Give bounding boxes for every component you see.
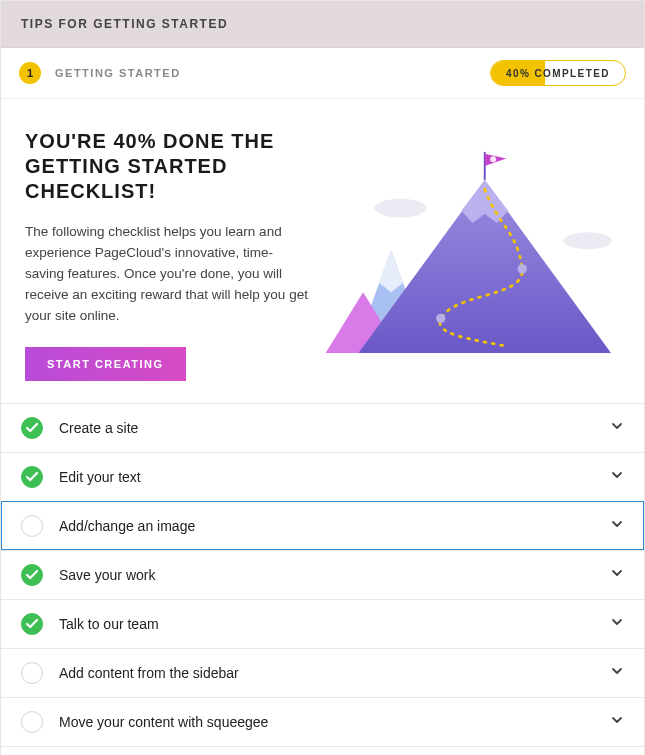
check-circle-icon [21,417,43,439]
mountain-illustration-icon [321,129,620,381]
chevron-down-icon [610,419,624,437]
chevron-down-icon [610,468,624,486]
step-label: GETTING STARTED [55,67,181,79]
checklist-item-left: Create a site [21,417,138,439]
checklist-item-label: Move your content with squeegee [59,714,268,730]
svg-point-10 [436,314,445,323]
check-circle-icon [21,613,43,635]
step-number-badge: 1 [19,62,41,84]
checklist-item-label: Create a site [59,420,138,436]
panel-title: TIPS FOR GETTING STARTED [21,17,228,31]
checklist-item[interactable]: Move your content with squeegee [1,697,644,746]
checklist-item-left: Add content from the sidebar [21,662,239,684]
checklist-item-label: Add/change an image [59,518,195,534]
checklist-item-left: Move your content with squeegee [21,711,268,733]
checklist-item-left: Talk to our team [21,613,159,635]
svg-point-1 [563,232,612,249]
checklist-item[interactable]: Save your work [1,550,644,599]
empty-circle-icon [21,515,43,537]
chevron-down-icon [610,615,624,633]
hero-heading: YOU'RE 40% DONE THE GETTING STARTED CHEC… [25,129,311,204]
checklist-item[interactable]: Add content from the sidebar [1,648,644,697]
checklist-item-label: Save your work [59,567,155,583]
checklist-item[interactable]: Learn how to undo mistakes [1,746,644,755]
chevron-down-icon [610,713,624,731]
checklist: Create a siteEdit your textAdd/change an… [1,403,644,755]
progress-label: 40% COMPLETED [491,61,625,85]
checklist-item-left: Save your work [21,564,155,586]
checklist-item-label: Add content from the sidebar [59,665,239,681]
chevron-down-icon [610,517,624,535]
check-circle-icon [21,564,43,586]
svg-point-9 [517,264,526,273]
hero-body: The following checklist helps you learn … [25,222,311,327]
check-circle-icon [21,466,43,488]
getting-started-panel: TIPS FOR GETTING STARTED 1 GETTING START… [0,0,645,755]
checklist-item[interactable]: Create a site [1,403,644,452]
svg-point-0 [374,199,426,218]
svg-point-8 [490,156,496,162]
chevron-down-icon [610,566,624,584]
panel-title-bar: TIPS FOR GETTING STARTED [1,1,644,48]
step-indicator: 1 GETTING STARTED [19,62,181,84]
hero-text: YOU'RE 40% DONE THE GETTING STARTED CHEC… [25,129,311,381]
checklist-item-label: Talk to our team [59,616,159,632]
step-number: 1 [27,67,33,79]
checklist-item[interactable]: Add/change an image [1,501,644,550]
chevron-down-icon [610,664,624,682]
hero: YOU'RE 40% DONE THE GETTING STARTED CHEC… [1,99,644,403]
checklist-item[interactable]: Edit your text [1,452,644,501]
checklist-item-left: Edit your text [21,466,141,488]
empty-circle-icon [21,711,43,733]
start-creating-button[interactable]: START CREATING [25,347,186,381]
empty-circle-icon [21,662,43,684]
checklist-item-left: Add/change an image [21,515,195,537]
step-bar: 1 GETTING STARTED 40% COMPLETED [1,48,644,99]
checklist-item[interactable]: Talk to our team [1,599,644,648]
progress-pill: 40% COMPLETED [490,60,626,86]
hero-illustration [321,129,620,381]
checklist-item-label: Edit your text [59,469,141,485]
